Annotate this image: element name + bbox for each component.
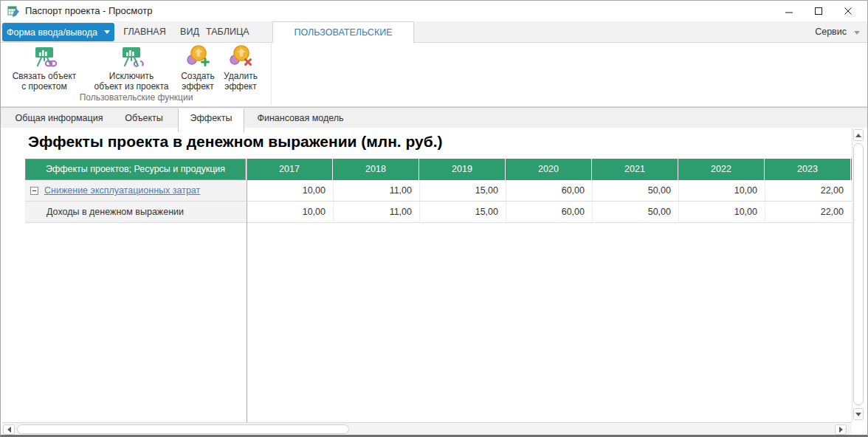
unlink-object-icon	[118, 45, 145, 69]
ribbon-tab-glavnaya[interactable]: ГЛАВНАЯ	[123, 21, 167, 42]
grid-header-year[interactable]: 2021	[592, 159, 678, 180]
delete-effect-button[interactable]: Удалить эффект	[219, 45, 262, 92]
vertical-scrollbar-thumb[interactable]	[853, 143, 864, 405]
grid-row-effect[interactable]: Снижение эксплуатационных затрат 10,00 1…	[25, 180, 852, 202]
button-label-line1: Связать объект	[5, 71, 83, 81]
arrow-left-icon	[7, 427, 11, 433]
page-tab-general-info[interactable]: Общая информация	[5, 109, 113, 128]
button-label-line1: Исключить	[85, 71, 178, 81]
grid-row-income[interactable]: Доходы в денежном выражении 10,00 11,00 …	[25, 202, 852, 223]
ribbon-group-label: Пользовательские функции	[1, 92, 272, 103]
value-cell[interactable]: 22,00	[765, 202, 851, 223]
ribbon-tab-strip: Форма ввода/вывода ГЛАВНАЯ ВИД ТАБЛИЦА П…	[1, 21, 867, 43]
minimize-icon	[785, 7, 793, 16]
user-functions-group: Связать объект с проектом Исключить объе…	[1, 43, 272, 105]
button-label-line2: объект из проекта	[85, 81, 178, 92]
value-cell[interactable]: 10,00	[247, 180, 333, 202]
grid-header-year[interactable]: 2022	[678, 159, 765, 180]
delete-effect-icon	[227, 45, 254, 69]
create-effect-button[interactable]: Создать эффект	[178, 45, 218, 92]
arrow-right-icon	[839, 427, 843, 433]
collapse-toggle-icon[interactable]	[30, 187, 38, 195]
grid-header-year[interactable]: 2020	[506, 159, 592, 180]
grid-header-row: Эффекты проектов; Ресурсы и продукция 20…	[25, 159, 852, 180]
value-cell[interactable]: 22,00	[765, 180, 851, 202]
value-cell[interactable]: 15,00	[419, 202, 506, 223]
value-cell[interactable]: 60,00	[506, 180, 592, 202]
window-title: Паспорт проекта - Просмотр	[25, 1, 152, 21]
page-tab-strip: Общая информация Объекты Эффекты Финансо…	[1, 107, 867, 128]
unlink-object-button[interactable]: Исключить объект из проекта	[85, 45, 178, 92]
create-effect-icon	[185, 45, 211, 69]
ribbon-tab-user-functions[interactable]: ПОЛЬЗОВАТЕЛЬСКИЕ ФУНКЦИИ	[272, 21, 414, 43]
income-label-cell[interactable]: Доходы в денежном выражении	[25, 202, 247, 223]
effect-label-cell[interactable]: Снижение эксплуатационных затрат	[25, 180, 247, 202]
value-cell[interactable]: 10,00	[678, 202, 765, 223]
form-io-label: Форма ввода/вывода	[7, 27, 97, 38]
link-object-button[interactable]: Связать объект с проектом	[5, 45, 83, 92]
page-title: Эффекты проекта в денежном выражении (мл…	[28, 133, 443, 151]
button-label-line2: эффект	[178, 81, 218, 92]
grid-header-effects-column[interactable]: Эффекты проектов; Ресурсы и продукция	[25, 159, 247, 180]
button-label-line2: с проектом	[5, 81, 83, 92]
button-label-line1: Создать	[178, 71, 218, 81]
app-spreadsheet-icon	[7, 4, 21, 18]
value-cell[interactable]: 50,00	[592, 180, 678, 202]
arrow-up-icon	[855, 134, 861, 137]
service-chevron-down-icon[interactable]	[854, 31, 860, 35]
value-cell[interactable]: 15,00	[419, 180, 506, 202]
scroll-left-button[interactable]	[3, 424, 15, 435]
app-window: Паспорт проекта - Просмотр Форма ввода/в…	[0, 0, 868, 437]
page-tab-effects[interactable]: Эффекты	[178, 109, 244, 132]
close-button[interactable]	[833, 1, 863, 21]
grid-header-year[interactable]: 2023	[765, 159, 851, 180]
value-cell[interactable]: 10,00	[678, 180, 765, 202]
button-label-line1: Удалить	[219, 71, 262, 81]
ribbon-tab-vid[interactable]: ВИД	[176, 21, 203, 42]
form-io-dropdown-button[interactable]: Форма ввода/вывода	[2, 23, 114, 41]
vertical-scrollbar[interactable]	[852, 128, 864, 422]
ribbon-tab-tablitsa[interactable]: ТАБЛИЦА	[206, 21, 247, 42]
effect-link[interactable]: Снижение эксплуатационных затрат	[44, 185, 200, 196]
grid-header-year[interactable]: 2019	[419, 159, 506, 180]
scroll-down-button[interactable]	[853, 408, 864, 420]
page-tab-objects[interactable]: Объекты	[113, 109, 175, 128]
maximize-button[interactable]	[804, 1, 833, 21]
value-cell[interactable]: 11,00	[333, 202, 419, 223]
income-label: Доходы в денежном выражении	[25, 207, 184, 217]
page-tab-financial-model[interactable]: Финансовая модель	[244, 109, 356, 128]
title-bar: Паспорт проекта - Просмотр	[1, 1, 867, 21]
close-icon	[844, 7, 852, 16]
chevron-down-icon	[104, 30, 110, 34]
ribbon-body: Связать объект с проектом Исключить объе…	[1, 43, 867, 107]
value-cell[interactable]: 50,00	[592, 202, 678, 223]
value-cell[interactable]: 11,00	[333, 180, 419, 202]
horizontal-scrollbar[interactable]	[2, 422, 852, 436]
value-cell[interactable]: 60,00	[506, 202, 592, 223]
arrow-down-icon	[855, 413, 861, 416]
grid-header-year[interactable]: 2017	[247, 159, 333, 180]
horizontal-scrollbar-thumb[interactable]	[17, 424, 349, 434]
scroll-right-button[interactable]	[835, 424, 847, 435]
button-label-line2: эффект	[219, 81, 262, 92]
frozen-pane-splitter[interactable]	[247, 159, 247, 422]
effects-grid: Эффекты проектов; Ресурсы и продукция 20…	[25, 159, 852, 223]
value-cell[interactable]: 10,00	[247, 202, 333, 223]
effects-page: Эффекты проекта в денежном выражении (мл…	[1, 128, 852, 422]
maximize-icon	[814, 7, 823, 16]
scroll-up-button[interactable]	[853, 129, 864, 141]
link-object-icon	[31, 45, 58, 69]
grid-header-year[interactable]: 2018	[333, 159, 419, 180]
service-menu[interactable]: Сервис	[815, 21, 847, 42]
minimize-button[interactable]	[774, 1, 804, 21]
